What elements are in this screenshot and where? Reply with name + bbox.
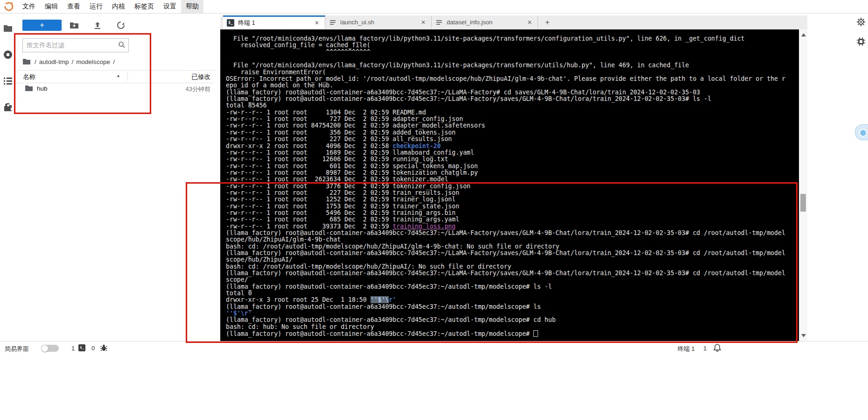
- right-edge-bar: [855, 13, 868, 341]
- file-icon: [435, 19, 443, 26]
- terminal-line: scope/hub/ZhipuAI/: [226, 256, 785, 263]
- menu-tabs[interactable]: 标签页: [130, 0, 159, 13]
- tab-dataset-info-json[interactable]: dataset_info.json ✕: [432, 15, 538, 29]
- menu-view[interactable]: 查看: [63, 0, 85, 13]
- upload-icon[interactable]: [93, 21, 102, 30]
- terminal-line: File "/root/miniconda3/envs/llama_factor…: [226, 36, 785, 42]
- tab-launch-ui-sh[interactable]: launch_ui.sh ✕: [325, 15, 432, 29]
- menu-help[interactable]: 帮助: [181, 0, 203, 13]
- file-browser-icon[interactable]: [3, 23, 13, 34]
- breadcrumb-separator: /: [113, 58, 115, 65]
- terminal-line: total 85456: [226, 102, 785, 109]
- file-row-hub[interactable]: hub 43分钟前: [15, 83, 215, 94]
- settings-gear-icon[interactable]: [856, 17, 866, 27]
- terminal-scrollbar[interactable]: [799, 29, 807, 341]
- autodl-logo-icon: [4, 1, 14, 12]
- filter-box: [22, 38, 129, 52]
- breadcrumb-folder-icon[interactable]: [22, 58, 31, 65]
- terminal-line: -rw-r--r-- 1 root root 12606 Dec 2 02:59…: [226, 156, 785, 163]
- menu-edit[interactable]: 编辑: [40, 0, 63, 13]
- terminal-line: -rw-r--r-- 1 root root 1689 Dec 2 02:59 …: [226, 149, 785, 156]
- terminal-line: -rw-r--r-- 1 root root 685 Dec 2 02:59 t…: [226, 216, 785, 223]
- terminal-line: bash: cd: hub: No such file or directory: [226, 324, 785, 330]
- column-name-header[interactable]: 名称: [23, 73, 35, 81]
- dock-panel: $_ 终端 1 ✕ launch_ui.sh ✕ dataset_info.js…: [220, 13, 807, 341]
- terminal-line: (llama_factory) root@autodl-container-a6…: [226, 317, 785, 323]
- terminal-line: scope/: [226, 277, 785, 283]
- simple-interface-toggle[interactable]: [41, 345, 59, 352]
- close-icon[interactable]: ✕: [313, 19, 321, 27]
- close-icon[interactable]: ✕: [419, 18, 427, 27]
- extensions-icon[interactable]: [3, 102, 13, 112]
- hardware-monitor-icon[interactable]: [856, 36, 866, 47]
- terminal-line: bash: cd: /root/autodl-tmp/modelscope/hu…: [226, 243, 785, 250]
- sort-ascending-icon[interactable]: ▲: [116, 73, 120, 78]
- terminal-line: -rw-r--r-- 1 root root 356 Dec 2 02:59 a…: [226, 129, 785, 136]
- terminal-line: -rw-r--r-- 1 root root 5496 Dec 2 02:59 …: [226, 210, 785, 216]
- terminal-line: (llama_factory) root@autodl-container-a6…: [226, 230, 785, 236]
- tab-bar: $_ 终端 1 ✕ launch_ui.sh ✕ dataset_info.js…: [220, 15, 807, 30]
- search-icon: [118, 41, 126, 49]
- menu-file[interactable]: 文件: [18, 0, 40, 13]
- terminal-line: -rw-r--r-- 1 root root 227 Dec 2 02:59 t…: [226, 190, 785, 196]
- terminal-line: bash: cd: /root/autodl-tmp/modelscope/hu…: [226, 263, 785, 270]
- column-modified-header[interactable]: 已修改: [192, 73, 211, 81]
- refresh-icon[interactable]: [116, 21, 126, 30]
- terminal-line: epo_id of a model on the Hub.: [226, 82, 785, 89]
- terminal-line: (llama_factory) root@autodl-container-a6…: [226, 96, 785, 102]
- folder-icon: [25, 85, 33, 92]
- breadcrumb-modelscope[interactable]: modelscope: [76, 58, 110, 65]
- assistant-panel-handle[interactable]: [855, 124, 868, 140]
- terminal-line: -rw-r--r-- 1 root root 601 Dec 2 02:59 s…: [226, 163, 785, 170]
- tab-label: dataset_info.json: [447, 19, 522, 26]
- scroll-up-icon[interactable]: [801, 33, 806, 36]
- terminal-line: (llama_factory) root@autodl-container-a6…: [226, 89, 785, 96]
- terminal-line: resolved_config_file = cached_file(: [226, 42, 785, 49]
- terminal-line: -rw-r--r-- 1 root root 1252 Dec 2 02:59 …: [226, 196, 785, 203]
- breadcrumb-autodl-tmp[interactable]: autodl-tmp: [39, 58, 69, 65]
- terminal-line: -rw-r--r-- 1 root root 227 Dec 2 02:59 a…: [226, 136, 785, 142]
- terminal-line: scope/hub/ZhipuAI/glm-4-9b-chat: [226, 236, 785, 243]
- terminal-line: -rw-r--r-- 1 root root 1753 Dec 2 02:59 …: [226, 203, 785, 210]
- terminal-line: File "/root/miniconda3/envs/llama_factor…: [226, 62, 785, 69]
- kernel-count[interactable]: 0: [91, 345, 95, 352]
- new-launcher-button[interactable]: +: [22, 20, 62, 31]
- table-of-contents-icon[interactable]: [3, 76, 13, 86]
- terminal-line: drwxr-xr-x 2 root root 4096 Dec 2 02:58 …: [226, 143, 785, 149]
- jupyterlab-window: 文件 编辑 查看 运行 内核 标签页 设置 帮助 +: [0, 0, 868, 420]
- current-terminal-label: 终端 1: [678, 345, 695, 353]
- file-name: hub: [37, 85, 48, 92]
- scroll-down-icon[interactable]: [801, 334, 806, 337]
- tab-terminal-1[interactable]: $_ 终端 1 ✕: [223, 15, 325, 29]
- toggle-knob: [42, 345, 48, 352]
- terminal-line: (llama_factory) root@autodl-container-a6…: [226, 250, 785, 256]
- terminal-line: raise EnvironmentError(: [226, 69, 785, 76]
- terminal[interactable]: File "/root/miniconda3/envs/llama_factor…: [220, 29, 799, 341]
- file-browser-panel: + / autodl-tmp / modelsco: [15, 13, 215, 341]
- terminal-count[interactable]: 1: [71, 345, 75, 352]
- bell-icon[interactable]: [713, 343, 721, 352]
- filter-input[interactable]: [23, 39, 118, 51]
- terminal-icon: $_: [227, 19, 234, 27]
- menu-kernel[interactable]: 内核: [107, 0, 130, 13]
- terminal-line: (llama_factory) root@autodl-container-a6…: [226, 304, 785, 310]
- terminal-line: -rw-r--r-- 1 root root 84754200 Dec 2 02…: [226, 122, 785, 129]
- tab-label: 终端 1: [238, 19, 309, 27]
- running-sessions-icon[interactable]: [3, 50, 13, 60]
- terminal-line: (llama_factory) root@autodl-container-a6…: [226, 284, 785, 290]
- new-folder-icon[interactable]: [70, 21, 79, 30]
- terminal-status-icon[interactable]: $_: [78, 344, 85, 351]
- menu-run[interactable]: 运行: [85, 0, 107, 13]
- close-icon[interactable]: ✕: [525, 18, 534, 27]
- terminal-line: (llama_factory) root@autodl-container-a6…: [226, 270, 785, 277]
- scrollbar-thumb[interactable]: [800, 194, 806, 212]
- menu-items: 文件 编辑 查看 运行 内核 标签页 设置 帮助: [18, 0, 203, 13]
- breadcrumb: / autodl-tmp / modelscope /: [22, 57, 118, 66]
- new-tab-button[interactable]: +: [541, 17, 553, 28]
- terminal-output: File "/root/miniconda3/envs/llama_factor…: [226, 36, 785, 337]
- breadcrumb-root[interactable]: /: [35, 58, 36, 65]
- menu-settings[interactable]: 设置: [159, 0, 181, 13]
- terminal-line: total 0: [226, 290, 785, 297]
- bug-icon[interactable]: [100, 344, 108, 352]
- file-modified: 43分钟前: [186, 85, 210, 93]
